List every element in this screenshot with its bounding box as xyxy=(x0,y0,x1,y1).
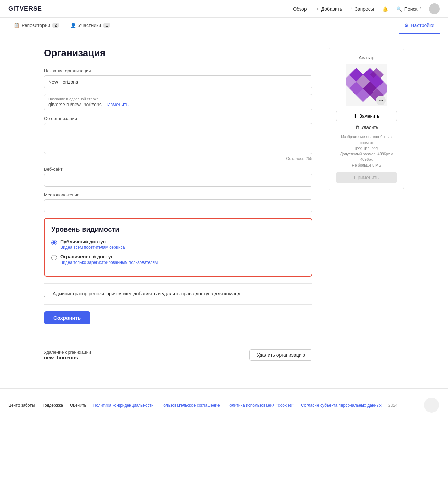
navbar-right: Обзор ＋ Добавить ⑂ Запросы 🔔 🔍 Поиск / xyxy=(293,3,440,14)
delete-info: Удаление организации new_horizons xyxy=(44,350,91,360)
avatar-panel: Аватар ✏ ⬆ xyxy=(329,48,404,190)
admin-checkbox-label: Администратор репозитория может добавлят… xyxy=(53,291,240,297)
repo-icon: 📋 xyxy=(14,23,20,28)
plus-icon: ＋ xyxy=(315,6,320,12)
about-group: Об организации Осталось 255 xyxy=(44,116,312,161)
repo-count-badge: 2 xyxy=(52,23,59,28)
address-value: gitverse.ru/new_horizons xyxy=(48,102,102,107)
trash-icon: 🗑 xyxy=(355,125,359,130)
public-radio-desc: Видна всем посетителям сервиса xyxy=(60,245,125,250)
nav-add[interactable]: ＋ Добавить xyxy=(315,6,343,12)
nav-requests[interactable]: ⑂ Запросы xyxy=(351,6,374,12)
org-tabs-left: 📋 Репозитории 2 👤 Участники 1 xyxy=(8,18,116,34)
members-count-badge: 1 xyxy=(103,23,110,28)
pencil-icon: ✏ xyxy=(379,98,383,103)
address-label: Название в адресной строке xyxy=(48,97,308,101)
visibility-box: Уровень видимости Публичный доступ Видна… xyxy=(44,218,312,277)
admin-checkbox-row: Администратор репозитория может добавлят… xyxy=(44,291,312,297)
public-radio-input[interactable] xyxy=(51,240,57,245)
footer-care[interactable]: Центр заботы xyxy=(8,403,35,408)
upload-icon: ⬆ xyxy=(353,113,357,119)
settings-icon: ⚙ xyxy=(404,23,409,28)
location-label: Местоположение xyxy=(44,192,312,197)
location-input[interactable] xyxy=(44,199,312,212)
delete-org-name: new_horizons xyxy=(44,355,91,360)
visibility-title: Уровень видимости xyxy=(51,225,305,233)
avatar-delete-button[interactable]: 🗑 Удалить xyxy=(355,125,378,130)
footer-personal-data[interactable]: Согласие субъекта персональных данных xyxy=(301,403,382,408)
public-radio-content: Публичный доступ Видна всем посетителям … xyxy=(60,239,125,250)
restricted-radio-input[interactable] xyxy=(51,255,57,260)
divider-2 xyxy=(44,304,312,305)
tab-settings[interactable]: ⚙ Настройки xyxy=(399,18,440,34)
svg-point-12 xyxy=(424,398,439,413)
org-settings-form: Организация Название организации Названи… xyxy=(44,48,312,361)
address-change-link[interactable]: Изменить xyxy=(107,102,129,107)
delete-section: Удаление организации new_horizons Удалит… xyxy=(44,338,312,361)
public-radio-label[interactable]: Публичный доступ Видна всем посетителям … xyxy=(51,239,305,250)
restricted-radio-title: Ограниченный доступ xyxy=(60,254,158,259)
restricted-radio-desc: Видна только зарегистрированным пользова… xyxy=(60,260,158,265)
org-name-input[interactable] xyxy=(44,75,312,88)
restricted-radio-label[interactable]: Ограниченный доступ Видна только зарегис… xyxy=(51,254,305,265)
website-group: Веб-сайт xyxy=(44,167,312,187)
main-container: Организация Название организации Названи… xyxy=(36,34,412,375)
avatar-replace-button[interactable]: ⬆ Заменить xyxy=(336,111,397,121)
delete-label: Удаление организации xyxy=(44,350,91,355)
nav-search[interactable]: 🔍 Поиск / xyxy=(396,6,421,12)
footer-usage[interactable]: Политика использования «cookies» xyxy=(227,403,294,408)
avatar-edit-button[interactable]: ✏ xyxy=(376,96,386,105)
search-slash: / xyxy=(420,7,421,11)
footer-wolf-icon: 🐺 xyxy=(423,397,440,414)
navbar: GITVERSE Обзор ＋ Добавить ⑂ Запросы 🔔 🔍 … xyxy=(0,0,448,18)
about-label: Об организации xyxy=(44,116,312,121)
delete-org-button[interactable]: Удалить организацию xyxy=(249,349,312,361)
nav-bell[interactable]: 🔔 xyxy=(382,6,388,12)
search-icon: 🔍 xyxy=(396,6,402,12)
footer-links: Центр заботы Поддержка Оценить Политика … xyxy=(8,403,398,408)
user-avatar[interactable] xyxy=(429,3,440,14)
tab-repositories[interactable]: 📋 Репозитории 2 xyxy=(8,18,65,34)
footer-rate[interactable]: Оценить xyxy=(70,403,86,408)
footer-support[interactable]: Поддержка xyxy=(41,403,63,408)
nav-overview[interactable]: Обзор xyxy=(293,6,307,12)
footer: Центр заботы Поддержка Оценить Политика … xyxy=(0,388,448,423)
public-radio-title: Публичный доступ xyxy=(60,239,125,244)
footer-privacy[interactable]: Политика конфиденциальности xyxy=(93,403,154,408)
save-button[interactable]: Сохранить xyxy=(44,311,90,324)
avatar-hint: Изображение должно быть в формате jpeg, … xyxy=(336,134,397,168)
public-radio-group: Публичный доступ Видна всем посетителям … xyxy=(51,239,305,250)
footer-terms[interactable]: Пользовательское соглашение xyxy=(161,403,220,408)
avatar-apply-button[interactable]: Применить xyxy=(336,172,397,183)
page-title: Организация xyxy=(44,48,312,59)
org-name-group: Название организации xyxy=(44,68,312,88)
address-wrapper: Название в адресной строке gitverse.ru/n… xyxy=(44,94,312,110)
location-group: Местоположение xyxy=(44,192,312,212)
char-count: Осталось 255 xyxy=(44,156,312,161)
footer-year: 2024 xyxy=(388,403,398,408)
members-icon: 👤 xyxy=(70,23,76,28)
brand-logo[interactable]: GITVERSE xyxy=(8,5,42,12)
org-name-label: Название организации xyxy=(44,68,312,73)
website-label: Веб-сайт xyxy=(44,167,312,172)
fork-icon: ⑂ xyxy=(351,6,355,12)
avatar-image-wrapper: ✏ xyxy=(346,64,387,107)
admin-checkbox[interactable] xyxy=(44,292,49,297)
avatar-title: Аватар xyxy=(336,55,397,60)
org-tabs: 📋 Репозитории 2 👤 Участники 1 ⚙ Настройк… xyxy=(0,18,448,34)
about-textarea[interactable] xyxy=(44,123,312,154)
restricted-radio-content: Ограниченный доступ Видна только зарегис… xyxy=(60,254,158,265)
divider-1 xyxy=(44,283,312,284)
address-row: gitverse.ru/new_horizons Изменить xyxy=(48,102,308,107)
website-input[interactable] xyxy=(44,174,312,187)
tab-members[interactable]: 👤 Участники 1 xyxy=(65,18,116,34)
restricted-radio-group: Ограниченный доступ Видна только зарегис… xyxy=(51,254,305,265)
